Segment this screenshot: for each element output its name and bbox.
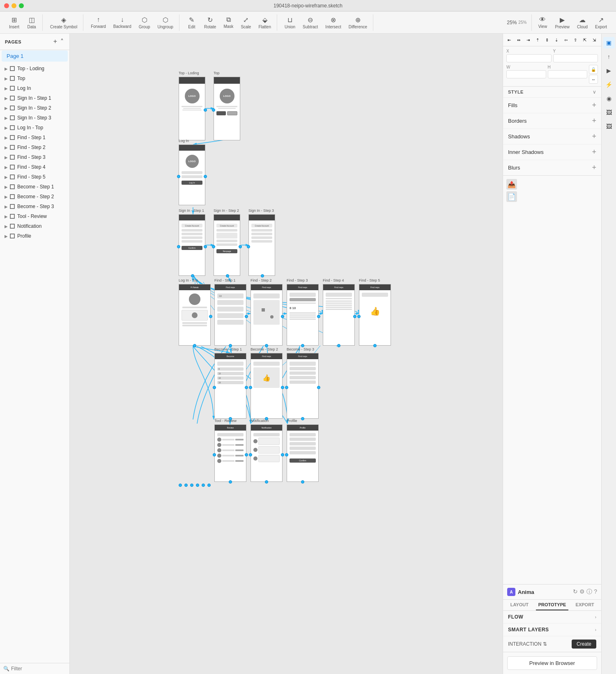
mask-button[interactable]: ⧉ Mask: [220, 14, 237, 30]
scale-button[interactable]: ⤢ Scale: [237, 14, 254, 31]
frame-find-3[interactable]: Find - Step 3 Find neps 8 10: [287, 284, 319, 346]
frame-notification[interactable]: Notification Notification: [251, 424, 283, 482]
export-icon-2[interactable]: 📄: [506, 191, 517, 202]
layer-top-loading[interactable]: ▶ Top - Loding: [0, 64, 69, 73]
h-input[interactable]: [548, 70, 588, 78]
frame-log-in[interactable]: Log In LOGO Log In: [179, 144, 205, 205]
y-input[interactable]: [553, 54, 598, 62]
layer-find-1[interactable]: ▶ Find - Step 1: [0, 133, 69, 142]
filter-input[interactable]: [11, 666, 66, 672]
distribute-h-icon[interactable]: ⇦: [561, 35, 570, 44]
create-interaction-button[interactable]: Create: [572, 640, 596, 649]
layer-log-in[interactable]: ▶ Log In: [0, 83, 69, 93]
group-button[interactable]: ⬡ Group: [136, 14, 154, 31]
layer-find-4[interactable]: ▶ Find - Step 4: [0, 162, 69, 172]
layer-log-in-top[interactable]: ▶ Log In - Top: [0, 123, 69, 133]
play-icon[interactable]: ▶: [603, 65, 615, 76]
frame-sign-in-2[interactable]: Sign In - Step 2 Create Account Nexpage: [214, 214, 240, 276]
ungroup-button[interactable]: ⬡ Ungroup: [154, 14, 177, 31]
frame-find-1[interactable]: Find - Step 1 Find neps ⌨: [214, 284, 246, 346]
image-icon[interactable]: 🖼: [603, 107, 615, 118]
frame-become-1[interactable]: Become - Step 1 Become 8 10 10 16: [214, 353, 246, 419]
frame-find-4[interactable]: Find - Step 4 Find neps: [323, 284, 355, 346]
add-fill-button[interactable]: +: [592, 101, 596, 110]
layer-become-3[interactable]: ▶ Become - Step 3: [0, 202, 69, 211]
edit-button[interactable]: ✎ Edit: [184, 14, 200, 31]
align-bottom-icon[interactable]: ⇣: [552, 35, 561, 44]
inspector-icon[interactable]: ▣: [603, 37, 615, 48]
align-left-icon[interactable]: ⇤: [505, 35, 514, 44]
rotate-button[interactable]: ↻ Rotate: [201, 14, 219, 31]
minimize-button[interactable]: [11, 3, 16, 8]
add-shadow-button[interactable]: +: [592, 132, 596, 141]
add-inner-shadow-button[interactable]: +: [592, 148, 596, 156]
layer-become-2[interactable]: ▶ Become - Step 2: [0, 192, 69, 202]
pin-right-icon[interactable]: ⇲: [590, 35, 599, 44]
frame-tool-review[interactable]: Tool - Review Review: [214, 424, 246, 482]
flatten-button[interactable]: ⬙ Flatten: [255, 14, 274, 31]
frame-top[interactable]: Top LOGO: [214, 77, 240, 140]
view-button[interactable]: 👁 View: [534, 14, 551, 30]
w-input[interactable]: [506, 70, 546, 78]
align-center-h-icon[interactable]: ⇔: [514, 35, 523, 44]
export-button[interactable]: ↗ Export: [592, 14, 610, 31]
export-icon-1[interactable]: 📤: [506, 179, 517, 190]
align-top-icon[interactable]: ⇡: [533, 35, 542, 44]
backward-button[interactable]: ↓ Backward: [110, 14, 135, 30]
frame-become-2[interactable]: Become - Step 2 Find neps 👍: [251, 353, 283, 419]
layer-sign-in-2[interactable]: ▶ Sign In - Step 2: [0, 103, 69, 113]
create-symbol-button[interactable]: ◈ Create Symbol: [47, 14, 80, 31]
tab-layout[interactable]: LAYOUT: [503, 600, 536, 610]
layer-notification[interactable]: ▶ Notification: [0, 221, 69, 231]
canvas[interactable]: Top - Loding LOGO Top: [70, 34, 503, 674]
layer-find-2[interactable]: ▶ Find - Step 2: [0, 142, 69, 152]
preview-button[interactable]: ▶ Preview: [552, 14, 573, 31]
anima-settings-icon[interactable]: ⚙: [579, 588, 585, 596]
difference-button[interactable]: ⊕ Difference: [345, 14, 370, 31]
anima-refresh-icon[interactable]: ↻: [573, 588, 578, 596]
add-blur-button[interactable]: +: [592, 163, 596, 172]
frame-find-5[interactable]: Find - Step 5 Find neps 👍: [359, 284, 391, 346]
anima-info-icon[interactable]: ⓘ: [586, 588, 592, 596]
page-item-1[interactable]: Page 1: [2, 50, 68, 62]
x-input[interactable]: [506, 54, 552, 62]
smart-layers-section[interactable]: SMART LAYERS ›: [503, 624, 601, 636]
eye-icon[interactable]: ◉: [603, 93, 615, 104]
subtract-button[interactable]: ⊖ Subtract: [299, 14, 321, 31]
intersect-button[interactable]: ⊗ Intersect: [322, 14, 344, 31]
union-button[interactable]: ⊔ Union: [281, 14, 299, 31]
layer-find-5[interactable]: ▶ Find - Step 5: [0, 172, 69, 182]
frame-log-in-top[interactable]: Log In - Top Ft Netwk: [179, 284, 211, 346]
cloud-button[interactable]: ☁ Cloud: [574, 14, 591, 31]
distribute-v-icon[interactable]: ⇧: [571, 35, 580, 44]
collapse-pages-button[interactable]: ˄: [60, 37, 64, 46]
layer-profile[interactable]: ▶ Profile: [0, 231, 69, 241]
close-button[interactable]: [4, 3, 9, 8]
layer-sign-in-1[interactable]: ▶ Sign In - Step 1: [0, 93, 69, 103]
maximize-button[interactable]: [19, 3, 24, 8]
forward-button[interactable]: ↑ Forward: [87, 14, 109, 30]
upload-icon[interactable]: ↑: [603, 51, 615, 62]
tab-export[interactable]: EXPORT: [568, 600, 601, 610]
data-button[interactable]: ◫ Data: [23, 14, 40, 31]
align-right-icon[interactable]: ⇥: [524, 35, 533, 44]
layer-find-3[interactable]: ▶ Find - Step 3: [0, 152, 69, 162]
layer-top[interactable]: ▶ Top: [0, 73, 69, 83]
zoom-display[interactable]: 25% 25%: [503, 20, 530, 25]
frame-find-2[interactable]: Find - Step 2 Find neps: [251, 284, 283, 346]
lightning-icon[interactable]: ⚡: [603, 79, 615, 90]
add-page-button[interactable]: +: [53, 37, 58, 46]
frame-become-3[interactable]: Become - Step 3 Find neps: [287, 353, 319, 419]
layer-tool-review[interactable]: ▶ Tool - Review: [0, 211, 69, 221]
frame-sign-in-1[interactable]: Sign In - Step 1 Create Account Confirm: [179, 214, 205, 276]
pin-left-icon[interactable]: ⇱: [580, 35, 589, 44]
anima-help-icon[interactable]: ?: [594, 588, 597, 596]
flip-button[interactable]: ↔: [589, 75, 598, 84]
insert-button[interactable]: ⊞ Insert: [6, 14, 23, 31]
style-expand-icon[interactable]: ∨: [593, 89, 596, 95]
lock-ratio-button[interactable]: 🔓: [589, 65, 598, 74]
tab-prototype[interactable]: PROTOTYPE: [536, 600, 569, 610]
layer-become-1[interactable]: ▶ Become - Step 1: [0, 182, 69, 192]
frame-sign-in-3[interactable]: Sign In - Step 3 Create Account: [248, 214, 275, 276]
preview-browser-button[interactable]: Preview in Browser: [507, 656, 597, 670]
